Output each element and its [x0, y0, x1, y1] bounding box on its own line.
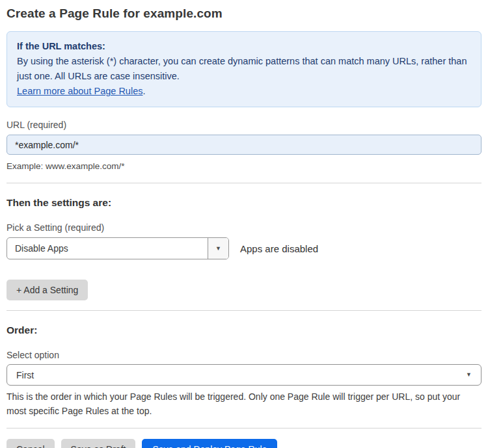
url-field-label: URL (required) [7, 120, 481, 130]
add-setting-button[interactable]: + Add a Setting [7, 280, 88, 300]
order-select-value: First [16, 370, 466, 380]
pick-setting-label: Pick a Setting (required) [7, 222, 481, 233]
divider [7, 428, 481, 428]
learn-more-link[interactable]: Learn more about Page Rules [17, 86, 142, 96]
save-as-draft-button[interactable]: Save as Draft [61, 439, 136, 448]
setting-select-value: Disable Apps [7, 238, 208, 259]
url-example-helper: Example: www.example.com/* [7, 159, 481, 173]
setting-status-text: Apps are disabled [240, 243, 318, 254]
save-and-deploy-button[interactable]: Save and Deploy Page Rule [142, 439, 277, 448]
setting-row: Disable Apps ▼ Apps are disabled [7, 237, 481, 259]
info-box-heading: If the URL matches: [17, 39, 471, 54]
order-select[interactable]: First ▼ [7, 364, 481, 386]
order-helper-text: This is the order in which your Page Rul… [7, 389, 478, 418]
info-box-link-line: Learn more about Page Rules. [17, 84, 471, 99]
setting-select[interactable]: Disable Apps ▼ [7, 237, 229, 259]
info-box-body: By using the asterisk (*) character, you… [17, 54, 471, 84]
url-match-info-box: If the URL matches: By using the asteris… [7, 31, 481, 107]
setting-select-arrow-button[interactable]: ▼ [208, 238, 228, 259]
divider [7, 183, 481, 183]
order-select-label: Select option [7, 350, 481, 360]
footer-actions: Cancel Save as Draft Save and Deploy Pag… [7, 439, 481, 448]
chevron-down-icon: ▼ [215, 246, 221, 252]
divider [7, 310, 481, 311]
settings-section-heading: Then the settings are: [7, 197, 481, 209]
order-section-heading: Order: [7, 324, 481, 336]
url-input[interactable] [7, 135, 481, 155]
cancel-button[interactable]: Cancel [7, 439, 55, 448]
chevron-down-icon: ▼ [466, 372, 472, 378]
link-period: . [142, 86, 145, 96]
page-title: Create a Page Rule for example.com [7, 7, 481, 21]
create-page-rule-panel: Create a Page Rule for example.com If th… [0, 0, 488, 448]
